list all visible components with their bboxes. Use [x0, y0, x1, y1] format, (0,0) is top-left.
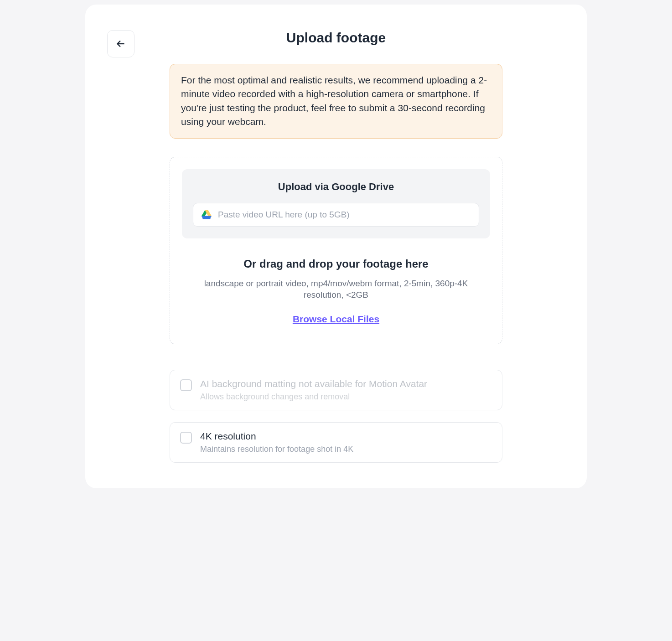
google-drive-icon [202, 210, 212, 219]
ai-matting-texts: AI background matting not available for … [200, 378, 492, 402]
upload-dropzone[interactable]: Upload via Google Drive [170, 157, 502, 344]
upload-footage-card: Upload footage For the most optimal and … [85, 5, 587, 488]
content-column: For the most optimal and realistic resul… [170, 64, 502, 463]
drop-subtitle: landscape or portrait video, mp4/mov/web… [182, 278, 490, 301]
ai-matting-label: AI background matting not available for … [200, 378, 492, 389]
option-ai-matting: AI background matting not available for … [170, 370, 502, 410]
4k-resolution-texts: 4K resolution Maintains resolution for f… [200, 431, 492, 454]
option-4k-resolution[interactable]: 4K resolution Maintains resolution for f… [170, 422, 502, 463]
google-drive-title: Upload via Google Drive [193, 181, 479, 193]
arrow-left-icon [115, 38, 127, 50]
google-drive-upload-box: Upload via Google Drive [182, 169, 490, 238]
4k-resolution-checkbox[interactable] [180, 432, 192, 444]
url-input-container[interactable] [193, 203, 479, 227]
4k-resolution-desc: Maintains resolution for footage shot in… [200, 445, 492, 454]
ai-matting-checkbox [180, 379, 192, 391]
drop-title: Or drag and drop your footage here [182, 258, 490, 270]
google-drive-url-input[interactable] [218, 210, 470, 220]
back-button[interactable] [107, 30, 134, 57]
browse-local-files-link[interactable]: Browse Local Files [182, 314, 490, 325]
info-banner: For the most optimal and realistic resul… [170, 64, 502, 139]
page-title: Upload footage [107, 30, 565, 46]
4k-resolution-label: 4K resolution [200, 431, 492, 442]
ai-matting-desc: Allows background changes and removal [200, 392, 492, 402]
